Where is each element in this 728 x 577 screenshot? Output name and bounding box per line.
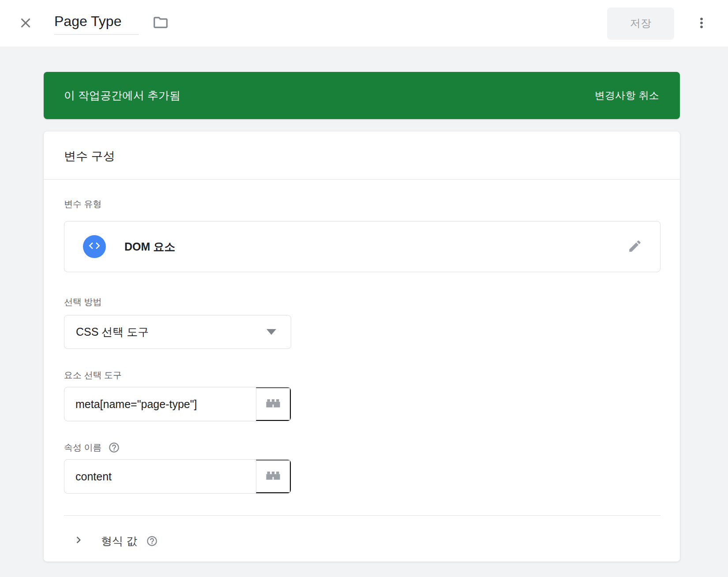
selection-method-select[interactable]: CSS 선택 도구: [64, 315, 291, 349]
attribute-name-label: 속성 이름: [64, 442, 102, 453]
variable-config-card: 변수 구성 변수 유형 DOM 요소 선택 방법: [44, 131, 680, 562]
main-content: 이 작업공간에서 추가됨 변경사항 취소 변수 구성 변수 유형 DOM 요소: [44, 72, 680, 562]
pencil-icon: [627, 239, 642, 255]
lego-brick-icon: [264, 468, 282, 485]
variable-type-label: 변수 유형: [64, 198, 660, 210]
format-value-help-icon[interactable]: [146, 535, 158, 547]
edit-variable-type-button[interactable]: [627, 239, 642, 255]
attribute-name-input[interactable]: [64, 460, 256, 493]
attribute-name-help-icon[interactable]: [108, 442, 120, 453]
element-selector-group: [64, 387, 291, 421]
close-button[interactable]: [18, 15, 34, 32]
caret-down-icon: [266, 329, 276, 335]
card-header: 변수 구성: [44, 131, 680, 180]
variable-title-input[interactable]: Page Type: [54, 12, 139, 34]
workspace-banner-message: 이 작업공간에서 추가됨: [64, 88, 180, 103]
folder-button[interactable]: [152, 14, 169, 32]
section-divider: [64, 515, 660, 516]
folder-icon: [152, 14, 169, 32]
lego-brick-icon: [264, 396, 282, 412]
insert-variable-button-selector[interactable]: [256, 387, 291, 421]
variable-type-box[interactable]: DOM 요소: [64, 221, 660, 272]
element-selector-label: 요소 선택 도구: [64, 369, 660, 381]
code-brackets-icon: [88, 239, 101, 254]
card-title: 변수 구성: [64, 150, 115, 163]
attribute-name-group: [64, 459, 291, 494]
format-value-label: 형식 값: [101, 534, 137, 548]
format-value-expander[interactable]: 형식 값: [64, 533, 660, 548]
kebab-menu-icon: [694, 15, 709, 32]
dom-element-type-badge: [83, 235, 106, 258]
selection-method-value: CSS 선택 도구: [76, 325, 149, 339]
chevron-right-icon: [72, 533, 85, 548]
save-button[interactable]: 저장: [607, 7, 674, 40]
selection-method-label: 선택 방법: [64, 296, 660, 308]
insert-variable-button-attribute[interactable]: [256, 460, 291, 493]
workspace-banner: 이 작업공간에서 추가됨 변경사항 취소: [44, 72, 680, 119]
element-selector-input[interactable]: [64, 387, 256, 421]
more-menu-button[interactable]: [694, 15, 709, 32]
variable-type-value: DOM 요소: [124, 240, 175, 254]
close-icon: [18, 15, 34, 32]
top-bar: Page Type 저장: [0, 0, 728, 47]
discard-changes-button[interactable]: 변경사항 취소: [592, 88, 662, 103]
